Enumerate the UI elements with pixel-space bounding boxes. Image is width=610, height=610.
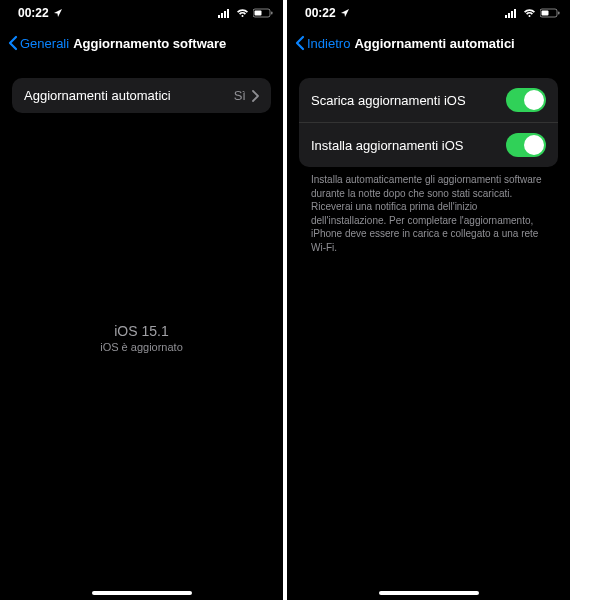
row-value: Sì bbox=[234, 88, 246, 103]
wifi-icon bbox=[236, 8, 249, 18]
settings-footer-text: Installa automaticamente gli aggiornamen… bbox=[299, 167, 558, 254]
svg-rect-2 bbox=[224, 11, 226, 18]
nav-bar: Generali Aggiornamento software bbox=[0, 26, 283, 60]
nav-bar: Indietro Aggiornamenti automatici bbox=[287, 26, 570, 60]
svg-rect-0 bbox=[218, 15, 220, 18]
phone-screen-auto-updates: 00:22 Indietro Aggiornamenti automatici … bbox=[287, 0, 570, 600]
install-updates-row: Installa aggiornamenti iOS bbox=[299, 122, 558, 167]
wifi-icon bbox=[523, 8, 536, 18]
back-label: Generali bbox=[20, 36, 69, 51]
settings-group: Scarica aggiornamenti iOS Installa aggio… bbox=[299, 78, 558, 167]
chevron-right-icon bbox=[252, 90, 259, 102]
settings-group: Aggiornamenti automatici Sì bbox=[12, 78, 271, 113]
ios-version-status: iOS 15.1 iOS è aggiornato bbox=[12, 323, 271, 353]
row-label: Aggiornamenti automatici bbox=[24, 88, 171, 103]
phone-screen-software-update: 00:22 Generali Aggiornamento software Ag… bbox=[0, 0, 283, 600]
page-title: Aggiornamento software bbox=[73, 36, 226, 51]
svg-rect-3 bbox=[227, 9, 229, 18]
back-label: Indietro bbox=[307, 36, 350, 51]
svg-rect-10 bbox=[514, 9, 516, 18]
status-bar: 00:22 bbox=[0, 0, 283, 26]
chevron-left-icon bbox=[295, 35, 305, 51]
battery-icon bbox=[253, 8, 273, 18]
svg-rect-9 bbox=[511, 11, 513, 18]
chevron-left-icon bbox=[8, 35, 18, 51]
download-updates-row: Scarica aggiornamenti iOS bbox=[299, 78, 558, 122]
svg-rect-1 bbox=[221, 13, 223, 18]
auto-updates-row[interactable]: Aggiornamenti automatici Sì bbox=[12, 78, 271, 113]
ios-updated-label: iOS è aggiornato bbox=[12, 341, 271, 353]
download-updates-toggle[interactable] bbox=[506, 88, 546, 112]
signal-icon bbox=[505, 8, 519, 18]
status-time: 00:22 bbox=[305, 6, 336, 20]
row-label: Scarica aggiornamenti iOS bbox=[311, 93, 466, 108]
status-time: 00:22 bbox=[18, 6, 49, 20]
ios-version-label: iOS 15.1 bbox=[12, 323, 271, 339]
battery-icon bbox=[540, 8, 560, 18]
signal-icon bbox=[218, 8, 232, 18]
page-title: Aggiornamenti automatici bbox=[354, 36, 514, 51]
back-button[interactable]: Indietro bbox=[295, 35, 350, 51]
home-indicator[interactable] bbox=[379, 591, 479, 595]
svg-rect-7 bbox=[505, 15, 507, 18]
svg-rect-6 bbox=[271, 12, 273, 15]
svg-rect-8 bbox=[508, 13, 510, 18]
svg-rect-13 bbox=[558, 12, 560, 15]
svg-rect-5 bbox=[255, 11, 262, 16]
row-label: Installa aggiornamenti iOS bbox=[311, 138, 463, 153]
back-button[interactable]: Generali bbox=[8, 35, 69, 51]
install-updates-toggle[interactable] bbox=[506, 133, 546, 157]
svg-rect-12 bbox=[542, 11, 549, 16]
home-indicator[interactable] bbox=[92, 591, 192, 595]
location-icon bbox=[340, 8, 350, 18]
status-bar: 00:22 bbox=[287, 0, 570, 26]
location-icon bbox=[53, 8, 63, 18]
